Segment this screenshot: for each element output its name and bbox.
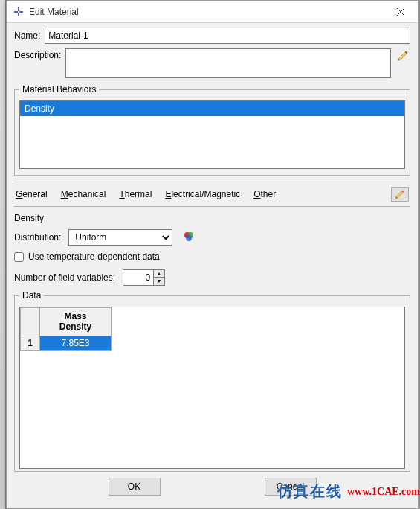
table-row[interactable]: 1 7.85E3 <box>21 336 112 350</box>
menu-electrical[interactable]: Electrical/Magnetic <box>165 189 240 199</box>
fieldvars-input[interactable] <box>123 271 153 284</box>
dialog-window: Edit Material Name: Description: <box>6 0 419 509</box>
edit-description-button[interactable] <box>395 48 410 63</box>
col-mass-density[interactable]: MassDensity <box>40 308 112 336</box>
watermark-url: www.1CAE.com <box>347 486 420 498</box>
svg-marker-6 <box>398 52 407 60</box>
distribution-label: Distribution: <box>14 232 61 243</box>
fieldvars-spinner[interactable]: ▲ ▼ <box>123 269 165 286</box>
data-group: Data MassDensity 1 7.85E3 <box>14 290 410 472</box>
pencil-icon <box>397 50 409 62</box>
data-legend: Data <box>19 290 44 301</box>
menu-thermal[interactable]: Thermal <box>119 189 152 199</box>
row-index: 1 <box>21 336 40 350</box>
temp-dependent-checkbox[interactable] <box>14 252 24 262</box>
svg-point-14 <box>186 235 192 241</box>
dialog-content: Name: Description: Material Behaviors De… <box>7 23 418 503</box>
svg-rect-3 <box>18 13 19 16</box>
behavior-menu: General Mechanical Thermal Electrical/Ma… <box>14 182 410 207</box>
behaviors-list[interactable]: Density <box>19 100 405 169</box>
app-icon <box>13 6 25 18</box>
watermark-cn: 仿真在线 <box>277 481 343 502</box>
behaviors-legend: Material Behaviors <box>19 84 99 95</box>
description-input[interactable] <box>65 48 391 78</box>
window-title: Edit Material <box>29 7 384 17</box>
distribution-select[interactable]: Uniform <box>68 229 172 246</box>
data-table-container: MassDensity 1 7.85E3 <box>19 307 405 469</box>
ok-button[interactable]: OK <box>109 478 161 496</box>
description-label: Description: <box>14 48 61 60</box>
name-label: Name: <box>14 31 40 41</box>
field-output-icon[interactable] <box>183 231 195 245</box>
edit-behavior-button[interactable] <box>391 187 409 202</box>
material-behaviors-group: Material Behaviors Density <box>14 84 410 176</box>
spinner-up[interactable]: ▲ <box>154 270 164 278</box>
svg-rect-2 <box>18 7 19 11</box>
fieldvars-label: Number of field variables: <box>14 272 115 283</box>
menu-mechanical[interactable]: Mechanical <box>61 189 106 199</box>
table-corner <box>21 308 40 336</box>
density-cell[interactable]: 7.85E3 <box>40 336 112 350</box>
behavior-item-density[interactable]: Density <box>20 101 404 116</box>
name-input[interactable] <box>45 28 410 44</box>
density-section-title: Density <box>14 213 410 223</box>
temp-dependent-label: Use temperature-dependent data <box>28 252 160 262</box>
svg-marker-9 <box>396 191 404 199</box>
spinner-down[interactable]: ▼ <box>154 278 164 285</box>
density-table[interactable]: MassDensity 1 7.85E3 <box>20 307 112 351</box>
left-edge-strip <box>0 0 6 509</box>
watermark: 仿真在线 www.1CAE.com <box>277 481 420 502</box>
menu-general[interactable]: General <box>16 189 48 199</box>
svg-rect-1 <box>19 11 23 13</box>
pencil-icon <box>395 189 405 199</box>
svg-rect-0 <box>14 11 18 13</box>
titlebar: Edit Material <box>7 1 418 23</box>
menu-other[interactable]: Other <box>253 189 276 199</box>
close-button[interactable] <box>384 1 418 23</box>
